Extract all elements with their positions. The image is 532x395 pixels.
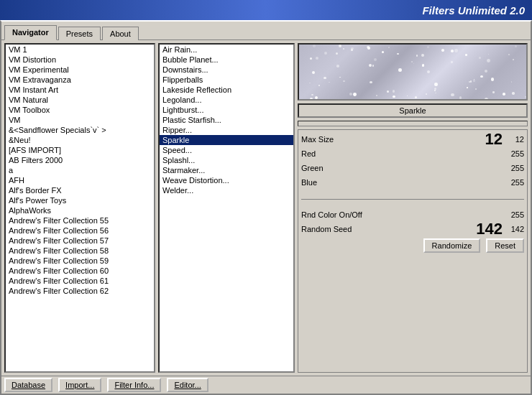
tab-presets[interactable]: Presets [58,27,101,40]
bottom-toolbar: Database Import... Filter Info... Editor… [1,376,531,394]
sparkle-dot [427,46,429,48]
sparkle-dot [376,95,377,96]
sparkle-dot [480,75,483,78]
sparkle-dot [525,96,526,98]
category-item[interactable]: VM Toolbox [6,105,154,115]
filter-item[interactable]: Weave Distortion... [160,175,293,185]
param-row-red: Red 255 [301,147,524,160]
sparkle-dot [353,93,357,96]
sparkle-dot [316,57,318,60]
sparkle-dot [485,70,487,73]
category-item[interactable]: AFH [6,175,154,185]
sparkle-dot [470,80,472,82]
category-item[interactable]: Alf's Power Toys [6,195,154,205]
sparkle-dot [329,82,330,83]
category-item[interactable]: Andrew's Filter Collection 59 [6,256,154,266]
category-item[interactable]: Alf's Border FX [6,185,154,195]
category-item[interactable]: Andrew's Filter Collection 56 [6,226,154,236]
param-row-blue: Blue 255 [301,176,524,189]
sparkle-dot [515,45,517,47]
filter-item[interactable]: Plastic Starfish... [160,115,293,125]
filter-item[interactable]: Legoland... [160,95,293,105]
database-button[interactable]: Database [4,378,52,392]
filter-item[interactable]: Splashl... [160,155,293,165]
category-item[interactable]: VM Instant Art [6,85,154,95]
filter-item[interactable]: Sparkle [160,135,293,145]
filter-list-panel[interactable]: Air Rain...Bubble Planet...Downstairs...… [158,43,295,373]
category-item[interactable]: VM Extravaganza [6,75,154,85]
filter-item[interactable]: Air Rain... [160,45,293,55]
filter-item[interactable]: Flipperballs [160,75,293,85]
category-item[interactable]: a [6,165,154,175]
filter-item[interactable]: Downstairs... [160,65,293,75]
tab-about[interactable]: About [102,27,139,40]
sparkle-dot [315,96,318,99]
filter-info-button[interactable]: Filter Info... [107,378,161,392]
sparkle-dot [310,98,312,100]
category-item[interactable]: Andrew's Filter Collection 61 [6,276,154,286]
filter-item[interactable]: Ripper... [160,125,293,135]
sparkle-dot [475,88,477,90]
param-label-maxsize: Max Size [301,135,459,144]
tab-navigator[interactable]: Navigator [4,25,57,40]
sparkle-dot [311,94,313,96]
filter-item[interactable]: Bubble Planet... [160,55,293,65]
sparkle-dot [374,58,377,61]
category-item[interactable]: &Neu! [6,135,154,145]
filter-item[interactable]: Speed... [160,145,293,155]
category-item[interactable]: VM 1 [6,45,154,55]
import-button[interactable]: Import... [58,378,101,392]
param-value-small-blue: 255 [503,178,524,187]
sparkle-dot [485,98,488,101]
param-label-green: Green [301,164,459,172]
sparkle-dot [435,93,436,94]
sparkle-dot [339,45,341,47]
reset-button[interactable]: Reset [486,238,524,253]
category-item[interactable]: Andrew's Filter Collection 55 [6,215,154,226]
category-item[interactable]: VM Experimental [6,65,154,75]
sparkle-dot [407,96,408,96]
sparkle-dot [411,61,413,62]
sparkle-dot [310,57,312,60]
category-panel: VM 1VM DistortionVM ExperimentalVM Extra… [4,43,155,373]
category-item[interactable]: Andrew's Filter Collection 60 [6,266,154,276]
editor-button[interactable]: Editor... [167,378,208,392]
param-row-green: Green 255 [301,162,524,175]
sparkle-dot [451,61,452,62]
sparkle-dot [393,96,395,98]
category-item[interactable]: AB Filters 2000 [6,155,154,165]
sparkle-dot [487,59,490,62]
sparkle-dot [426,93,427,95]
filter-item[interactable]: Lightburst... [160,105,293,115]
category-item[interactable]: Andrew's Filter Collection 57 [6,236,154,246]
sparkle-dot [393,90,395,92]
sparkle-dot [503,93,505,96]
filter-item[interactable]: Welder... [160,185,293,195]
sparkle-dot [459,96,462,98]
category-item[interactable]: &<Sandflower Specials`v` > [6,125,154,135]
sparkle-dot [339,77,340,78]
category-item[interactable]: Andrew's Filter Collection 58 [6,246,154,256]
sparkle-dot [324,77,326,80]
sparkle-dot [372,65,375,67]
sparkle-dot [451,93,454,96]
category-item[interactable]: Andrew's Filter Collection 62 [6,286,154,296]
filter-item[interactable]: Starmaker... [160,165,293,175]
filter-item[interactable]: Lakeside Reflection [160,85,293,95]
preview-area [298,43,528,101]
sparkle-dot [434,90,435,90]
sparkle-dot [512,92,515,95]
category-item[interactable]: VM [6,115,154,125]
sparkle-dot [513,59,514,60]
randomize-button[interactable]: Randomize [423,238,481,253]
param-value-small-green: 255 [503,164,524,172]
sparkle-dot [421,54,424,57]
category-item[interactable]: VM Natural [6,95,154,105]
category-item[interactable]: VM Distortion [6,55,154,65]
category-item[interactable]: [AFS IMPORT] [6,145,154,155]
sparkle-dot [324,52,327,55]
category-list[interactable]: VM 1VM DistortionVM ExperimentalVM Extra… [6,45,154,371]
sparkle-dot [312,71,315,74]
category-item[interactable]: AlphaWorks [6,205,154,215]
sparkle-dot [473,80,475,82]
